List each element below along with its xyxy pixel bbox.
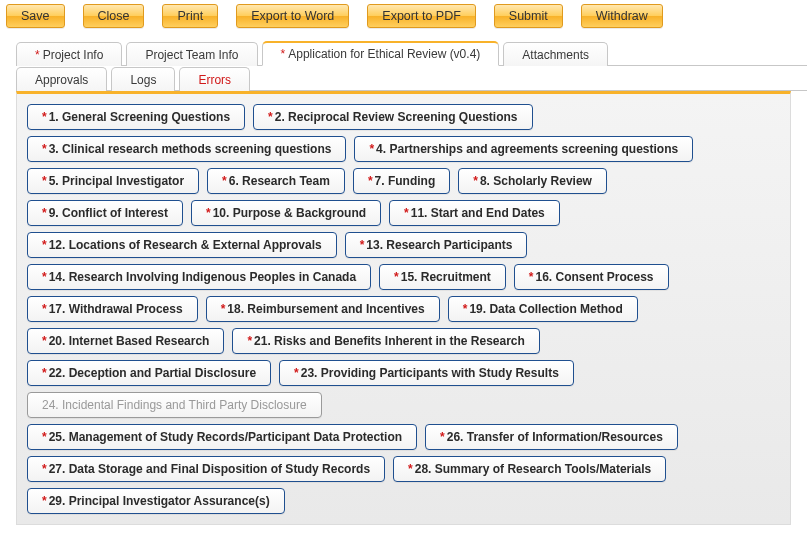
tab-label: Approvals — [35, 73, 88, 87]
step-11-start-end-dates[interactable]: *11. Start and End Dates — [389, 200, 560, 226]
section-navigator: *1. General Screening Questions *2. Reci… — [16, 91, 791, 525]
step-18-reimbursement-incentives[interactable]: *18. Reimbursement and Incentives — [206, 296, 440, 322]
step-13-research-participants[interactable]: *13. Research Participants — [345, 232, 528, 258]
step-label: 12. Locations of Research & External App… — [49, 238, 322, 252]
tab-errors[interactable]: Errors — [179, 67, 250, 91]
step-20-internet-based-research[interactable]: *20. Internet Based Research — [27, 328, 224, 354]
save-button[interactable]: Save — [6, 4, 65, 28]
withdraw-button[interactable]: Withdraw — [581, 4, 663, 28]
step-label: 10. Purpose & Background — [213, 206, 366, 220]
tab-approvals[interactable]: Approvals — [16, 67, 107, 91]
step-label: 2. Reciprocal Review Screening Questions — [275, 110, 518, 124]
tab-label: Attachments — [522, 48, 589, 62]
tab-label: Logs — [130, 73, 156, 87]
step-22-deception-disclosure[interactable]: *22. Deception and Partial Disclosure — [27, 360, 271, 386]
step-label: 20. Internet Based Research — [49, 334, 210, 348]
step-label: 24. Incidental Findings and Third Party … — [42, 398, 307, 412]
step-label: 5. Principal Investigator — [49, 174, 184, 188]
step-29-pi-assurance[interactable]: *29. Principal Investigator Assurance(s) — [27, 488, 285, 514]
step-14-indigenous-peoples[interactable]: *14. Research Involving Indigenous Peopl… — [27, 264, 371, 290]
step-label: 19. Data Collection Method — [469, 302, 622, 316]
step-label: 7. Funding — [375, 174, 436, 188]
action-toolbar: Save Close Print Export to Word Export t… — [0, 0, 807, 40]
step-label: 28. Summary of Research Tools/Materials — [415, 462, 652, 476]
step-label: 21. Risks and Benefits Inherent in the R… — [254, 334, 525, 348]
required-marker: * — [281, 47, 286, 61]
step-label: 26. Transfer of Information/Resources — [447, 430, 663, 444]
step-label: 22. Deception and Partial Disclosure — [49, 366, 256, 380]
step-15-recruitment[interactable]: *15. Recruitment — [379, 264, 506, 290]
step-27-data-storage-disposition[interactable]: *27. Data Storage and Final Disposition … — [27, 456, 385, 482]
tab-logs[interactable]: Logs — [111, 67, 175, 91]
step-label: 1. General Screening Questions — [49, 110, 230, 124]
tab-project-team-info[interactable]: Project Team Info — [126, 42, 257, 66]
step-label: 14. Research Involving Indigenous People… — [49, 270, 356, 284]
step-10-purpose-background[interactable]: *10. Purpose & Background — [191, 200, 381, 226]
submit-button[interactable]: Submit — [494, 4, 563, 28]
step-9-conflict-of-interest[interactable]: *9. Conflict of Interest — [27, 200, 183, 226]
step-17-withdrawal-process[interactable]: *17. Withdrawal Process — [27, 296, 198, 322]
step-label: 13. Research Participants — [366, 238, 512, 252]
step-28-research-tools-materials[interactable]: *28. Summary of Research Tools/Materials — [393, 456, 666, 482]
tab-label: Project Team Info — [145, 48, 238, 62]
tab-project-info[interactable]: *Project Info — [16, 42, 122, 66]
tab-attachments[interactable]: Attachments — [503, 42, 608, 66]
sub-tabs: Approvals Logs Errors — [16, 66, 807, 91]
close-button[interactable]: Close — [83, 4, 145, 28]
step-8-scholarly-review[interactable]: *8. Scholarly Review — [458, 168, 607, 194]
step-26-transfer-information[interactable]: *26. Transfer of Information/Resources — [425, 424, 678, 450]
step-label: 4. Partnerships and agreements screening… — [376, 142, 678, 156]
step-label: 3. Clinical research methods screening q… — [49, 142, 332, 156]
step-3-clinical-research-methods[interactable]: *3. Clinical research methods screening … — [27, 136, 346, 162]
step-label: 25. Management of Study Records/Particip… — [49, 430, 402, 444]
step-23-providing-results[interactable]: *23. Providing Participants with Study R… — [279, 360, 574, 386]
tab-label: Project Info — [43, 48, 104, 62]
tab-label: Application for Ethical Review (v0.4) — [288, 47, 480, 61]
required-marker: * — [35, 48, 40, 62]
step-label: 27. Data Storage and Final Disposition o… — [49, 462, 370, 476]
step-label: 8. Scholarly Review — [480, 174, 592, 188]
step-16-consent-process[interactable]: *16. Consent Process — [514, 264, 669, 290]
step-label: 23. Providing Participants with Study Re… — [301, 366, 559, 380]
step-2-reciprocal-review[interactable]: *2. Reciprocal Review Screening Question… — [253, 104, 532, 130]
step-21-risks-benefits[interactable]: *21. Risks and Benefits Inherent in the … — [232, 328, 539, 354]
main-tabs: *Project Info Project Team Info *Applica… — [16, 40, 807, 66]
tab-label: Errors — [198, 73, 231, 87]
step-label: 18. Reimbursement and Incentives — [227, 302, 424, 316]
step-label: 15. Recruitment — [401, 270, 491, 284]
step-label: 9. Conflict of Interest — [49, 206, 168, 220]
step-label: 17. Withdrawal Process — [49, 302, 183, 316]
print-button[interactable]: Print — [162, 4, 218, 28]
step-label: 16. Consent Process — [535, 270, 653, 284]
step-4-partnerships-agreements[interactable]: *4. Partnerships and agreements screenin… — [354, 136, 693, 162]
step-12-locations-external-approvals[interactable]: *12. Locations of Research & External Ap… — [27, 232, 337, 258]
step-6-research-team[interactable]: *6. Research Team — [207, 168, 345, 194]
step-label: 6. Research Team — [229, 174, 330, 188]
step-1-general-screening[interactable]: *1. General Screening Questions — [27, 104, 245, 130]
step-label: 29. Principal Investigator Assurance(s) — [49, 494, 270, 508]
step-24-incidental-findings: 24. Incidental Findings and Third Party … — [27, 392, 322, 418]
step-25-study-records-protection[interactable]: *25. Management of Study Records/Partici… — [27, 424, 417, 450]
step-19-data-collection-method[interactable]: *19. Data Collection Method — [448, 296, 638, 322]
step-7-funding[interactable]: *7. Funding — [353, 168, 450, 194]
export-word-button[interactable]: Export to Word — [236, 4, 349, 28]
step-label: 11. Start and End Dates — [411, 206, 545, 220]
step-5-principal-investigator[interactable]: *5. Principal Investigator — [27, 168, 199, 194]
tab-application-ethical-review[interactable]: *Application for Ethical Review (v0.4) — [262, 41, 500, 66]
export-pdf-button[interactable]: Export to PDF — [367, 4, 476, 28]
